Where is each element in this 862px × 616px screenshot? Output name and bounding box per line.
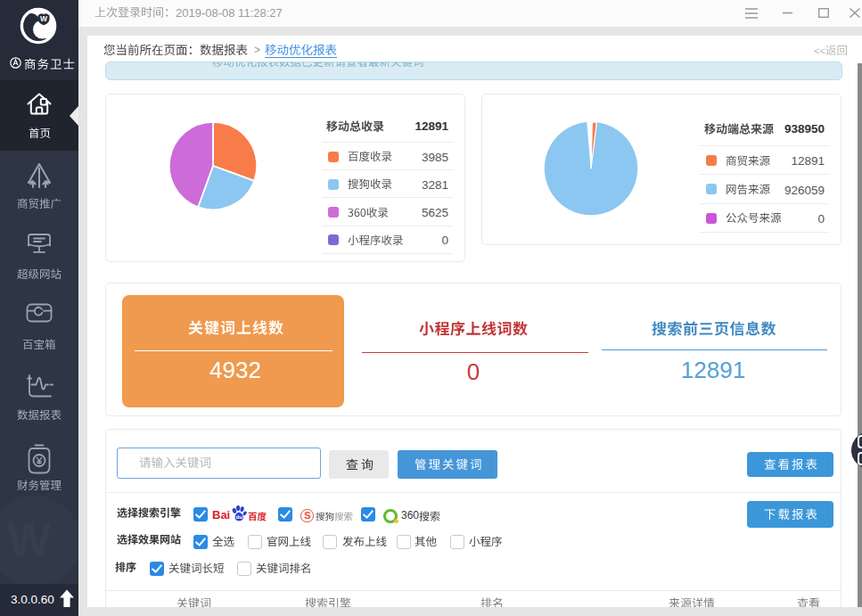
svg-text:W: W — [40, 14, 48, 23]
svg-text:du: du — [235, 513, 242, 520]
